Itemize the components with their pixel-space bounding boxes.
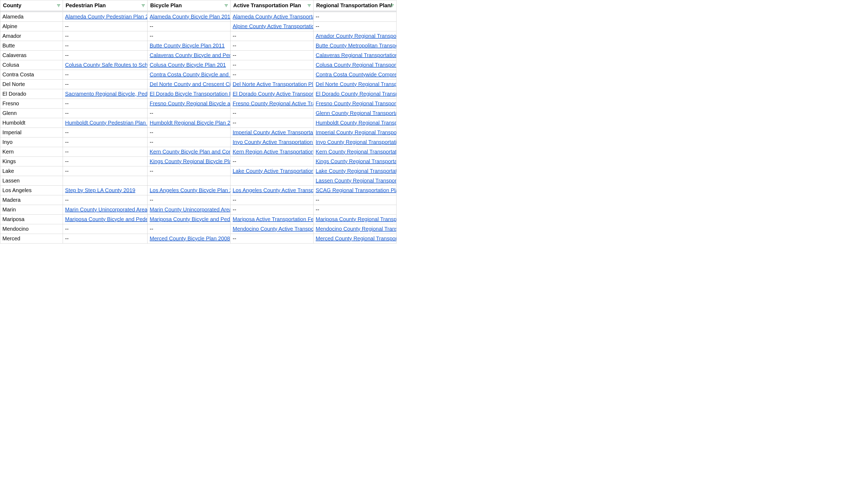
plan-link[interactable]: Kings County Regional Transporta: [316, 158, 397, 164]
column-header[interactable]: Regional Transportation Plan/: [313, 0, 397, 11]
county-cell: Merced: [0, 234, 63, 244]
empty-value: --: [150, 226, 153, 232]
column-header[interactable]: Bicycle Plan: [148, 0, 230, 11]
plan-link[interactable]: Alameda County Bicycle Plan 2012: [150, 14, 230, 20]
plan-link[interactable]: Butte County Bicycle Plan 2011: [150, 42, 225, 49]
column-header[interactable]: County: [0, 0, 63, 11]
table-row: LassenLassen County Regional Transport: [0, 176, 397, 186]
plan-cell: Alameda County Pedestrian Plan 2: [63, 12, 148, 22]
plan-link[interactable]: Imperial County Active Transportati: [232, 129, 313, 135]
empty-value: --: [65, 81, 68, 87]
plan-link[interactable]: Alameda County Pedestrian Plan 2: [65, 14, 148, 20]
column-header-label: Regional Transportation Plan/: [316, 2, 392, 8]
plan-link[interactable]: Lassen County Regional Transport: [316, 178, 397, 183]
empty-value: --: [150, 168, 153, 174]
plan-link[interactable]: Lake County Regional Transportati: [316, 168, 397, 174]
plan-link[interactable]: Contra Costa Countywide Compre: [316, 71, 397, 78]
plan-link[interactable]: El Dorado County Active Transport: [232, 91, 313, 97]
table-row: Madera--------: [0, 195, 397, 205]
plan-link[interactable]: Merced County Regional Transpor: [316, 236, 397, 241]
plan-cell: Mariposa County Regional Transpo: [313, 215, 397, 224]
plan-link[interactable]: Del Norte County and Crescent Cit: [150, 81, 230, 87]
plan-link[interactable]: Los Angeles County Bicycle Plan 2: [150, 187, 230, 193]
plan-link[interactable]: Merced County Bicycle Plan 2008: [150, 236, 230, 241]
plan-link[interactable]: El Dorado County Regional Transp: [316, 91, 397, 97]
filter-icon[interactable]: [56, 3, 61, 8]
plan-cell: --: [148, 31, 230, 41]
plan-link[interactable]: Humboldt Regional Bicycle Plan 20: [150, 120, 230, 126]
plan-link[interactable]: Fresno County Regional Active Tra: [232, 100, 313, 107]
plan-link[interactable]: Colusa County Regional Transport: [316, 62, 397, 68]
plan-cell: Mariposa Active Transportation Fea: [230, 215, 313, 224]
empty-value: --: [232, 42, 236, 49]
plan-cell: --: [230, 41, 313, 51]
plan-cell: Los Angeles County Active Transpo: [230, 186, 313, 195]
empty-value: --: [65, 110, 68, 116]
plan-link[interactable]: Mendocino County Active Transpor: [232, 226, 313, 232]
plan-cell: Mendocino County Active Transpor: [230, 224, 313, 234]
county-cell: Mendocino: [0, 224, 63, 234]
plan-cell: Marin County Unincorporated Area: [148, 205, 230, 215]
plan-cell: Contra Costa Countywide Compre: [313, 70, 397, 80]
county-cell: Del Norte: [0, 80, 63, 89]
plan-link[interactable]: Marin County Unincorporated Area: [65, 207, 148, 212]
plan-link[interactable]: Kern County Regional Transportati: [316, 149, 397, 155]
filter-icon[interactable]: [390, 3, 395, 8]
plan-link[interactable]: Butte County Metropolitan Transpo: [316, 42, 397, 49]
plan-link[interactable]: Fresno County Regional Bicycle an: [150, 100, 230, 107]
plan-link[interactable]: El Dorado Bicycle Transportation P: [150, 91, 230, 97]
plan-link[interactable]: Mariposa County Regional Transpo: [316, 216, 397, 222]
plan-cell: [148, 176, 230, 186]
table-row: Contra Costa--Contra Costa County Bicycl…: [0, 70, 397, 80]
empty-value: --: [65, 42, 68, 49]
plan-link[interactable]: SCAG Regional Transportation Pla: [316, 187, 397, 193]
plan-link[interactable]: Contra Costa County Bicycle and P: [150, 71, 230, 78]
plan-link[interactable]: Fresno County Regional Transport: [316, 100, 397, 107]
plan-link[interactable]: Kern County Bicycle Plan and Com: [150, 149, 230, 155]
plan-link[interactable]: Del Norte County Regional Transp: [316, 81, 397, 87]
plan-link[interactable]: Calaveras County Bicycle and Ped: [150, 52, 230, 58]
plan-cell: --: [313, 12, 397, 22]
plan-link[interactable]: Imperial County Regional Transpor: [316, 129, 397, 135]
plan-link[interactable]: Colusa County Bicycle Plan 201: [150, 62, 226, 68]
plan-link[interactable]: Alameda County Active Transporta: [232, 14, 313, 20]
plan-link[interactable]: Inyo County Active Transportation P: [232, 139, 313, 145]
plan-link[interactable]: Marin County Unincorporated Area: [150, 207, 230, 212]
plan-link[interactable]: Humboldt County Pedestrian Plan 2: [65, 120, 148, 126]
plan-link[interactable]: Mendocino County Regional Trans: [316, 226, 397, 232]
plan-link[interactable]: Los Angeles County Active Transpo: [232, 187, 313, 193]
column-header[interactable]: Active Transportation Plan: [230, 0, 313, 11]
empty-value: --: [150, 129, 153, 135]
empty-value: --: [150, 197, 153, 203]
plan-cell: El Dorado County Active Transport: [230, 89, 313, 99]
county-cell: Marin: [0, 205, 63, 215]
filter-icon[interactable]: [141, 3, 146, 8]
plan-cell: Colusa County Safe Routes to Sch: [63, 60, 148, 70]
plan-cell: Step by Step LA County 2019: [63, 186, 148, 195]
plan-link[interactable]: Colusa County Safe Routes to Sch: [65, 62, 148, 68]
county-cell: Humboldt: [0, 118, 63, 128]
plan-link[interactable]: Kings County Regional Bicycle Pla: [150, 158, 230, 164]
plan-link[interactable]: Mariposa County Bicycle and Pede: [65, 216, 148, 222]
table-row: Mendocino----Mendocino County Active Tra…: [0, 224, 397, 234]
plan-link[interactable]: Inyo County Regional Transportatio: [316, 139, 397, 145]
plan-link[interactable]: Amador County Regional Transpor: [316, 33, 397, 39]
plan-link[interactable]: Lake County Active Transportation: [232, 168, 313, 174]
plan-cell: --: [63, 138, 148, 147]
plan-link[interactable]: Alpine County Active Transportation: [232, 23, 313, 29]
table-row: Calaveras--Calaveras County Bicycle and …: [0, 51, 397, 60]
plan-link[interactable]: Kern Region Active Transportation: [232, 149, 313, 155]
filter-icon[interactable]: [224, 3, 229, 8]
plan-link[interactable]: Humboldt County Regional Transp: [316, 120, 397, 126]
plan-link[interactable]: Calaveras Regional Transportation: [316, 52, 397, 58]
empty-value: --: [65, 158, 68, 164]
plan-link[interactable]: Glenn County Regional Transporta: [316, 110, 397, 116]
plan-link[interactable]: Del Norte Active Transportation Pla: [232, 81, 313, 87]
plan-link[interactable]: Sacramento Regional Bicycle, Ped: [65, 91, 148, 97]
plan-link[interactable]: Mariposa Active Transportation Fea: [232, 216, 313, 222]
column-header[interactable]: Pedestrian Plan: [63, 0, 148, 11]
plan-link[interactable]: Mariposa County Bicycle and Pede: [150, 216, 230, 222]
table-row: MariposaMariposa County Bicycle and Pede…: [0, 215, 397, 224]
plan-link[interactable]: Step by Step LA County 2019: [65, 187, 135, 193]
filter-icon[interactable]: [307, 3, 312, 8]
